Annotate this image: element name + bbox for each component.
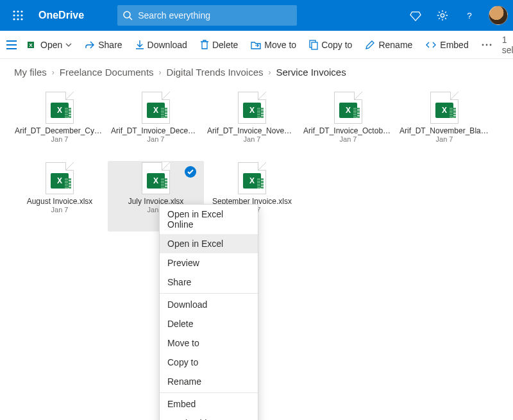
file-name: Arif_DT_December_Cyber_... (15, 126, 105, 135)
selected-check-icon (185, 166, 196, 178)
download-label: Download (147, 40, 187, 50)
hamburger-icon (6, 40, 17, 49)
file-tile[interactable]: XArif_DT_Invoice_December...Jan 7 (108, 90, 204, 161)
selection-count: 1 selected (502, 35, 513, 55)
help-icon: ? (464, 10, 475, 21)
app-brand[interactable]: OneDrive (38, 10, 84, 21)
file-date: Jan 7 (244, 135, 261, 143)
svg-rect-16 (312, 42, 317, 49)
context-menu-item[interactable]: Copy to (160, 353, 258, 372)
rename-button[interactable]: Rename (362, 37, 415, 53)
download-icon (135, 40, 144, 50)
chevron-right-icon: › (268, 68, 271, 77)
share-icon (85, 40, 95, 50)
file-tile[interactable]: XArif_DT_November_Black_F...Jan 7 (396, 90, 492, 161)
command-bar: X Open Share Download Delete Move to Cop… (0, 31, 513, 59)
chevron-down-icon (65, 42, 72, 48)
rename-label: Rename (378, 40, 412, 50)
copy-to-button[interactable]: Copy to (307, 37, 355, 53)
svg-point-7 (17, 18, 19, 20)
file-name: Arif_DT_Invoice_October_2... (303, 126, 393, 135)
diamond-icon (410, 10, 421, 21)
waffle-icon (13, 10, 23, 21)
context-menu-item[interactable]: Version history (160, 414, 258, 420)
copy-icon (309, 40, 318, 50)
context-menu-item[interactable]: Share (160, 273, 258, 292)
embed-label: Embed (440, 40, 468, 50)
svg-text:X: X (29, 42, 33, 48)
premium-button[interactable] (408, 8, 423, 23)
excel-file-icon: X (46, 92, 74, 124)
svg-point-19 (489, 44, 491, 46)
excel-file-icon: X (142, 92, 170, 124)
move-icon (251, 40, 261, 49)
file-date: Jan 7 (51, 206, 69, 214)
excel-icon: X (27, 40, 37, 50)
file-tile[interactable]: XAugust Invoice.xlsxJan 7 (12, 161, 108, 231)
search-icon (122, 10, 133, 21)
breadcrumb: My files›Freelance Documents›Digital Tre… (0, 59, 513, 80)
open-button[interactable]: X Open (24, 37, 74, 53)
user-avatar[interactable] (489, 6, 508, 25)
svg-point-9 (124, 12, 130, 18)
nav-toggle-button[interactable] (6, 36, 17, 54)
svg-point-11 (441, 13, 444, 17)
file-date: Jan 7 (51, 135, 69, 143)
search-input[interactable] (133, 10, 292, 21)
search-box[interactable] (117, 5, 297, 26)
file-tile[interactable]: XArif_DT_December_Cyber_...Jan 7 (12, 90, 108, 161)
excel-file-icon: X (238, 92, 266, 124)
breadcrumb-item[interactable]: Freelance Documents (60, 67, 154, 78)
svg-point-6 (13, 18, 15, 20)
file-name: Arif_DT_Invoice_December... (111, 126, 201, 135)
svg-line-10 (130, 17, 132, 20)
svg-text:?: ? (467, 11, 472, 21)
rename-icon (365, 40, 375, 50)
breadcrumb-item[interactable]: Service Invoices (276, 67, 346, 78)
download-button[interactable]: Download (133, 37, 190, 53)
context-menu-item[interactable]: Delete (160, 314, 258, 333)
context-menu-item[interactable]: Download (160, 295, 258, 314)
settings-button[interactable] (435, 8, 450, 23)
embed-icon (425, 40, 437, 49)
file-date: Jan 7 (340, 135, 357, 143)
context-menu-item[interactable]: Open in Excel Online (160, 205, 258, 234)
file-name: August Invoice.xlsx (27, 197, 93, 206)
svg-point-5 (21, 14, 22, 16)
share-label: Share (98, 40, 122, 50)
gear-icon (437, 10, 448, 21)
file-name: Arif_DT_November_Black_F... (399, 126, 489, 135)
excel-file-icon: X (238, 162, 266, 194)
file-tile[interactable]: XArif_DT_Invoice_November...Jan 7 (204, 90, 300, 161)
context-menu: Open in Excel OnlineOpen in ExcelPreview… (159, 204, 258, 420)
excel-file-icon: X (334, 92, 362, 124)
menu-separator (160, 392, 258, 393)
excel-file-icon: X (142, 162, 170, 194)
breadcrumb-item[interactable]: My files (14, 67, 47, 78)
delete-button[interactable]: Delete (198, 37, 240, 53)
chevron-right-icon: › (52, 68, 55, 77)
context-menu-item[interactable]: Open in Excel (160, 234, 258, 253)
svg-point-4 (17, 14, 19, 16)
file-tile[interactable]: XArif_DT_Invoice_October_2...Jan 7 (300, 90, 396, 161)
context-menu-item[interactable]: Move to (160, 333, 258, 353)
context-menu-item[interactable]: Rename (160, 372, 258, 391)
move-to-label: Move to (264, 40, 296, 50)
context-menu-item[interactable]: Embed (160, 394, 258, 414)
more-icon (482, 43, 492, 47)
context-menu-item[interactable]: Preview (160, 253, 258, 273)
embed-button[interactable]: Embed (423, 37, 471, 53)
copy-to-label: Copy to (321, 40, 352, 50)
file-date: Jan 7 (147, 135, 165, 143)
app-launcher-button[interactable] (5, 10, 31, 21)
move-to-button[interactable]: Move to (248, 37, 299, 53)
chevron-right-icon: › (159, 68, 162, 77)
share-button[interactable]: Share (82, 37, 124, 53)
help-button[interactable]: ? (462, 8, 477, 23)
breadcrumb-item[interactable]: Digital Trends Invoices (167, 67, 264, 78)
svg-point-18 (485, 44, 487, 46)
file-date: Jan 7 (436, 135, 453, 143)
svg-point-0 (13, 10, 15, 12)
more-button[interactable] (479, 40, 494, 49)
svg-point-2 (21, 10, 22, 12)
